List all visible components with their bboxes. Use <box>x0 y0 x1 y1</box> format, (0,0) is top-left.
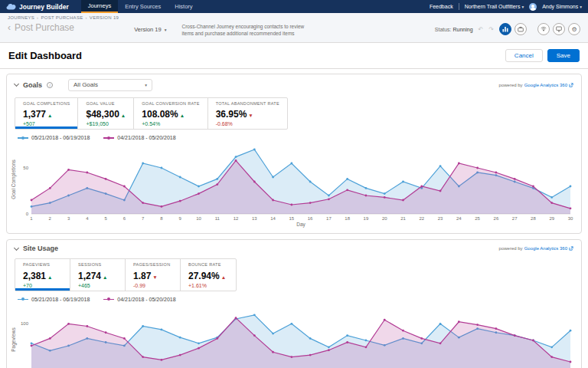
powered-by-label: powered by <box>499 83 523 87</box>
svg-text:100: 100 <box>21 321 29 326</box>
feedback-link[interactable]: Feedback <box>430 4 453 9</box>
breadcrumb-journeys[interactable]: JOURNEYS <box>8 15 34 20</box>
legend-series-previous[interactable]: 04/21/2018 - 05/20/2018 <box>103 297 175 302</box>
goal-filter-value: All Goals <box>74 81 98 88</box>
metric-bounce-rate[interactable]: BOUNCE RATE 27.94%▲ +1.61% <box>181 259 236 291</box>
svg-text:21: 21 <box>400 216 406 221</box>
svg-text:Pageviews: Pageviews <box>11 327 17 351</box>
monitor-button[interactable] <box>553 23 565 35</box>
status-label: Status: <box>435 27 452 32</box>
redo-icon[interactable]: ↷ <box>488 26 494 33</box>
goals-legend: 05/21/2018 - 06/19/2018 04/21/2018 - 05/… <box>7 130 581 140</box>
goal-filter-select[interactable]: All Goals ▾ <box>68 79 152 91</box>
org-menu[interactable]: Northern Trail Outfitters▾ <box>465 4 524 9</box>
breadcrumb-post-purchase[interactable]: POST PURCHASE <box>41 15 83 20</box>
svg-text:15: 15 <box>289 216 295 221</box>
briefcase-button[interactable] <box>514 23 527 35</box>
svg-text:14: 14 <box>270 216 276 221</box>
status-badge: Status: Running <box>435 27 473 32</box>
site-usage-panel-header: Site Usage powered by Google Analytics 3… <box>7 240 581 255</box>
user-menu[interactable]: Andy Simmons▾ <box>542 4 582 9</box>
edit-dashboard-bar: Edit Dashboard Cancel Save <box>0 43 588 69</box>
user-name: Andy Simmons <box>542 4 578 9</box>
metric-total-abandonment-rate[interactable]: TOTAL ABANDONMENT RATE 36.95%▼ -0.68% <box>208 98 287 130</box>
legend-series-current[interactable]: 05/21/2018 - 06/19/2018 <box>18 297 90 302</box>
svg-text:1: 1 <box>30 216 33 221</box>
site-usage-chart: 0100123456789101112131415161718192021222… <box>10 302 578 368</box>
legend-marker-icon <box>18 299 28 301</box>
svg-text:4: 4 <box>86 216 89 221</box>
site-usage-panel: Site Usage powered by Google Analytics 3… <box>6 239 582 368</box>
breadcrumb-separator: › <box>86 15 87 20</box>
breadcrumb-separator: › <box>37 15 38 20</box>
journey-description: Cross-Channel Journey encouraging contac… <box>182 23 305 38</box>
journey-toolbar: Status: Running ↶ ↷ ⚙ <box>435 15 580 38</box>
tab-history[interactable]: History <box>168 0 199 13</box>
site-usage-metrics-row: PAGEVIEWS 2,381▲ +70 SESSIONS 1,274▲ +46… <box>15 258 237 291</box>
chevron-down-icon: ▾ <box>165 28 167 32</box>
metric-pages-per-session[interactable]: PAGES/SESSION 1.87▼ -0.99 <box>126 259 181 291</box>
broadcast-button[interactable] <box>537 23 550 35</box>
svg-text:0: 0 <box>26 212 29 216</box>
svg-text:29: 29 <box>549 216 554 221</box>
save-button[interactable]: Save <box>547 49 580 62</box>
svg-text:3: 3 <box>67 216 70 221</box>
svg-text:30: 30 <box>568 216 573 221</box>
svg-text:26: 26 <box>494 216 499 221</box>
app-title: Journey Builder <box>19 3 69 11</box>
info-icon[interactable]: i <box>47 82 53 88</box>
version-select[interactable]: Version 19 ▾ <box>134 26 166 38</box>
metric-sessions[interactable]: SESSIONS 1,274▲ +465 <box>70 259 126 291</box>
metric-goal-conversion-rate[interactable]: GOAL CONVERSION RATE 108.08%▲ +0.54% <box>134 98 207 130</box>
chevron-down-icon: ▾ <box>521 5 524 9</box>
journey-header: JOURNEYS › POST PURCHASE › VERSION 19 ‹ … <box>0 13 588 43</box>
undo-icon[interactable]: ↶ <box>479 26 484 33</box>
analytics-view-button[interactable] <box>499 23 511 35</box>
collapse-goals-icon[interactable] <box>14 81 19 87</box>
svg-text:22: 22 <box>419 216 424 221</box>
version-label: Version 19 <box>134 26 161 33</box>
svg-text:50: 50 <box>23 166 28 170</box>
site-usage-title: Site Usage <box>23 245 58 252</box>
trend-arrow-icon: ▼ <box>248 113 253 118</box>
tab-journeys[interactable]: Journeys <box>81 0 118 13</box>
trend-arrow-icon: ▲ <box>121 113 126 118</box>
cancel-button[interactable]: Cancel <box>505 49 543 62</box>
chevron-down-icon: ▾ <box>131 83 147 87</box>
legend-series-previous[interactable]: 04/21/2018 - 05/20/2018 <box>103 135 175 140</box>
settings-gear-button[interactable]: ⚙ <box>568 23 580 35</box>
status-value: Running <box>453 27 473 32</box>
legend-series-current[interactable]: 05/21/2018 - 06/19/2018 <box>18 135 90 140</box>
tab-entry-sources[interactable]: Entry Sources <box>118 0 168 13</box>
goals-panel: Goals i All Goals ▾ powered by Google An… <box>6 74 582 235</box>
nav-tabs: Journeys Entry Sources History <box>81 0 200 13</box>
metric-goal-value[interactable]: GOAL VALUE $48,300▲ +$19,050 <box>78 98 134 130</box>
svg-text:13: 13 <box>252 216 257 221</box>
google-analytics-link[interactable]: Google Analytics 360 <box>524 246 567 251</box>
goals-metrics-row: GOAL COMPLETIONS 1,377▲ +507 GOAL VALUE … <box>15 97 288 130</box>
metric-goal-completions[interactable]: GOAL COMPLETIONS 1,377▲ +507 <box>15 98 78 130</box>
breadcrumb-version: VERSION 19 <box>90 15 119 20</box>
site-usage-legend: 05/21/2018 - 06/19/2018 04/21/2018 - 05/… <box>7 291 581 302</box>
journey-title: Post Purchase <box>15 22 74 33</box>
page-title: Edit Dashboard <box>8 50 82 61</box>
collapse-site-usage-icon[interactable] <box>14 245 19 251</box>
legend-marker-icon <box>103 137 114 139</box>
google-analytics-link[interactable]: Google Analytics 360 <box>524 83 567 87</box>
trend-arrow-icon: ▼ <box>152 274 157 280</box>
svg-text:Goal Completions: Goal Completions <box>11 159 17 199</box>
svg-text:7: 7 <box>142 216 145 221</box>
svg-text:20: 20 <box>382 216 387 221</box>
metric-pageviews[interactable]: PAGEVIEWS 2,381▲ +70 <box>15 259 70 291</box>
external-link-icon <box>569 83 573 87</box>
back-icon[interactable]: ‹ <box>8 23 11 32</box>
trend-arrow-icon: ▲ <box>103 274 107 280</box>
chevron-down-icon: ▾ <box>580 5 582 9</box>
trend-arrow-icon: ▲ <box>180 113 185 118</box>
svg-text:Day: Day <box>296 222 305 228</box>
breadcrumb: JOURNEYS › POST PURCHASE › VERSION 19 <box>8 15 119 20</box>
trend-arrow-icon: ▲ <box>221 274 226 280</box>
svg-text:10: 10 <box>196 216 201 221</box>
avatar[interactable] <box>529 3 537 11</box>
view-toggle-group: ⚙ <box>499 23 580 35</box>
